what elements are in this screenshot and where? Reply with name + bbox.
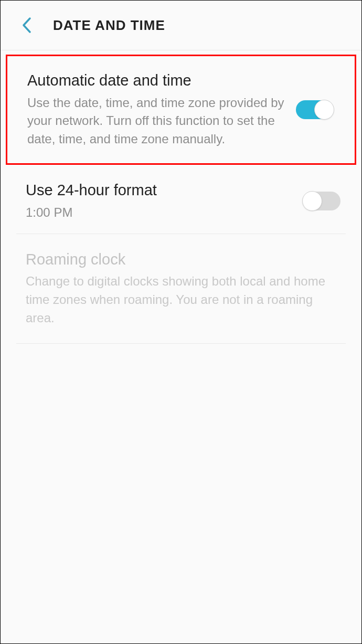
- roaming-title: Roaming clock: [26, 250, 330, 270]
- auto-desc: Use the date, time, and time zone provid…: [27, 94, 285, 149]
- setting-auto-date-time[interactable]: Automatic date and time Use the date, ti…: [7, 56, 355, 163]
- toggle-thumb: [302, 191, 322, 211]
- setting-roaming-clock: Roaming clock Change to digital clocks s…: [1, 234, 361, 343]
- toggle-auto-date-time[interactable]: [296, 100, 334, 119]
- auto-title: Automatic date and time: [27, 71, 285, 91]
- page-title: DATE AND TIME: [53, 17, 165, 34]
- header-bar: DATE AND TIME: [1, 1, 361, 50]
- divider: [16, 343, 346, 344]
- format24-title: Use 24-hour format: [26, 181, 292, 200]
- format24-desc: 1:00 PM: [26, 204, 292, 222]
- highlight-auto-date-time: Automatic date and time Use the date, ti…: [6, 55, 356, 165]
- setting-24-hour[interactable]: Use 24-hour format 1:00 PM: [1, 168, 361, 233]
- toggle-24-hour[interactable]: [303, 192, 340, 210]
- roaming-desc: Change to digital clocks showing both lo…: [26, 272, 330, 327]
- toggle-thumb: [314, 100, 334, 120]
- back-icon[interactable]: [22, 16, 32, 34]
